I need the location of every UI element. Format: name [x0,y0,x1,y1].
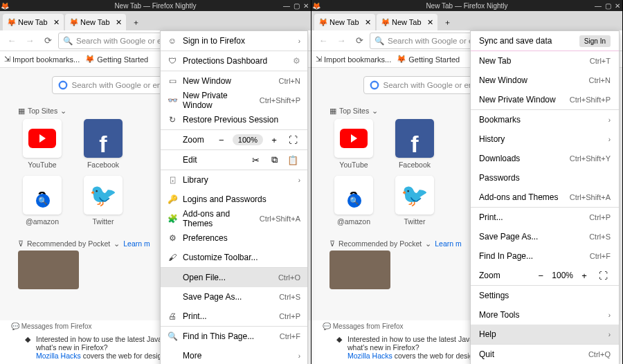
top-site-tile[interactable]: YouTube [329,119,378,169]
import-bookmarks-button[interactable]: ⇲ Import bookmarks... [316,55,391,64]
menu-sign-in[interactable]: ☺Sign in to Firefox› [161,31,307,51]
new-tab-button[interactable]: ＋ [439,14,455,30]
top-site-tile[interactable]: YouTube [18,119,66,169]
menu-save-page-as[interactable]: Save Page As...Ctrl+S [471,227,619,246]
menu-logins[interactable]: 🔑Logins and Passwords [161,190,307,209]
chevron-down-icon[interactable]: ⌄ [60,107,66,115]
getting-started-bookmark[interactable]: 🦊 Getting Started [85,55,148,64]
menu-save-page-as[interactable]: Save Page As...Ctrl+S [161,287,307,307]
gear-icon[interactable]: ⚙ [293,56,300,66]
menu-print[interactable]: 🖨Print...Ctrl+P [161,307,307,326]
menu-preferences[interactable]: ⚙Preferences [161,228,307,248]
tab-strip: 🦊 New Tab ✕ 🦊 New Tab ✕ ＋ [0,11,311,30]
menu-open-file[interactable]: Open File...Ctrl+O [161,268,307,287]
chevron-down-icon[interactable]: ⌄ [425,239,431,248]
zoom-in-button[interactable]: + [267,133,282,147]
top-site-tile[interactable]: a🔍 @amazon [329,176,378,226]
menu-new-private-window[interactable]: 👓New Private WindowCtrl+Shift+P [161,91,307,110]
getting-started-bookmark[interactable]: 🦊 Getting Started [397,55,460,64]
menu-downloads[interactable]: DownloadsCtrl+Shift+Y [471,149,619,168]
menu-zoom: Zoom−100%+⛶ [471,266,619,285]
chevron-down-icon[interactable]: ⌄ [372,107,378,115]
menu-customize[interactable]: 🖌Customize Toolbar... [161,248,307,267]
browser-tab[interactable]: 🦊 New Tab ✕ [65,14,126,30]
menu-sync[interactable]: Sync and save dataSign In [471,31,619,51]
import-bookmarks-button[interactable]: ⇲ Import bookmarks... [4,55,80,64]
chevron-right-icon: › [608,136,611,143]
app-icon: 🦊 [0,1,10,10]
top-site-tile[interactable]: 🐦 Twitter [390,176,439,226]
menu-more[interactable]: More› [161,346,307,364]
mozilla-hacks-link[interactable]: Mozilla Hacks [347,352,392,360]
chevron-down-icon[interactable]: ⌄ [114,239,120,248]
menu-find-in-page[interactable]: 🔍Find in This Page...Ctrl+F [161,327,307,346]
top-site-tile[interactable]: f Facebook [390,119,439,169]
menu-addons[interactable]: 🧩Add-ons and ThemesCtrl+Shift+A [161,209,307,228]
paste-button[interactable]: 📋 [285,153,300,167]
menu-quit[interactable]: QuitCtrl+Q [471,345,619,364]
copy-button[interactable]: ⧉ [267,153,282,167]
menu-settings[interactable]: Settings [471,286,619,305]
reload-button[interactable]: ⟳ [40,33,55,48]
menu-find-in-page[interactable]: Find In Page...Ctrl+F [471,246,619,266]
back-button[interactable]: ← [4,33,19,48]
import-icon: ⇲ [4,55,10,64]
maximize-button[interactable]: ▢ [291,1,301,10]
reload-button[interactable]: ⟳ [352,33,367,48]
zoom-out-button[interactable]: − [214,133,229,147]
close-window-button[interactable]: ✕ [301,1,311,10]
menu-protections[interactable]: 🛡Protections Dashboard⚙ [161,51,307,71]
cut-button[interactable]: ✂ [248,153,263,167]
story-thumbnail [18,251,79,289]
back-button[interactable]: ← [316,33,331,48]
chevron-right-icon: › [298,352,300,360]
close-window-button[interactable]: ✕ [613,1,622,10]
menu-more-tools[interactable]: More Tools› [471,305,619,325]
maximize-button[interactable]: ▢ [603,1,613,10]
menu-new-private-window[interactable]: New Private WindowCtrl+Shift+P [471,90,619,109]
menu-history[interactable]: History› [471,129,619,149]
close-icon[interactable]: ✕ [53,18,60,27]
story-thumbnail [329,251,390,289]
close-icon[interactable]: ✕ [116,18,122,27]
fullscreen-button[interactable]: ⛶ [285,133,300,147]
window-title: New Tab — Firefox Nightly [114,2,196,10]
fullscreen-button[interactable]: ⛶ [595,269,611,282]
search-badge-icon: 🔍 [347,194,361,208]
learn-more-link[interactable]: Learn m [123,239,150,248]
sign-in-button[interactable]: Sign In [579,35,611,47]
titlebar: 🦊 New Tab — Firefox Nightly — ▢ ✕ [0,0,311,11]
minimize-button[interactable]: — [593,1,603,10]
mozilla-hacks-link[interactable]: Mozilla Hacks [36,352,81,360]
top-site-tile[interactable]: f Facebook [79,119,127,169]
minimize-button[interactable]: — [282,1,291,10]
new-tab-button[interactable]: ＋ [127,14,144,30]
devtools-icon: ◆ [336,335,342,360]
close-icon[interactable]: ✕ [365,18,371,27]
zoom-percent: 100% [552,271,573,280]
forward-button[interactable]: → [22,33,37,48]
menu-library[interactable]: ⌺Library› [161,170,307,190]
browser-tab[interactable]: 🦊 New Tab ✕ [3,14,64,30]
zoom-in-button[interactable]: + [577,269,592,282]
close-icon[interactable]: ✕ [427,18,433,27]
menu-addons[interactable]: Add-ons and ThemesCtrl+Shift+A [471,188,619,207]
menu-print[interactable]: Print...Ctrl+P [471,208,619,227]
browser-tab[interactable]: 🦊 New Tab ✕ [314,14,375,30]
browser-tab[interactable]: 🦊 New Tab ✕ [377,14,437,30]
zoom-out-button[interactable]: − [533,269,548,282]
top-site-tile[interactable]: a🔍 @amazon [18,176,66,226]
facebook-icon: f [395,119,434,158]
menu-bookmarks[interactable]: Bookmarks› [471,110,619,129]
learn-more-link[interactable]: Learn m [435,239,462,248]
menu-new-tab[interactable]: New TabCtrl+T [471,51,619,71]
menu-new-window[interactable]: ▭New WindowCtrl+N [161,71,307,91]
menu-new-window[interactable]: New WindowCtrl+N [471,71,619,90]
zoom-percent[interactable]: 100% [233,134,263,145]
menu-passwords[interactable]: Passwords [471,168,619,188]
top-site-tile[interactable]: 🐦 Twitter [79,176,127,226]
menu-help[interactable]: Help› [471,325,619,344]
forward-button[interactable]: → [334,33,349,48]
menu-restore-session[interactable]: ↻Restore Previous Session [161,110,307,129]
left-window: 🦊 New Tab — Firefox Nightly — ▢ ✕ 🦊 New … [0,0,312,364]
